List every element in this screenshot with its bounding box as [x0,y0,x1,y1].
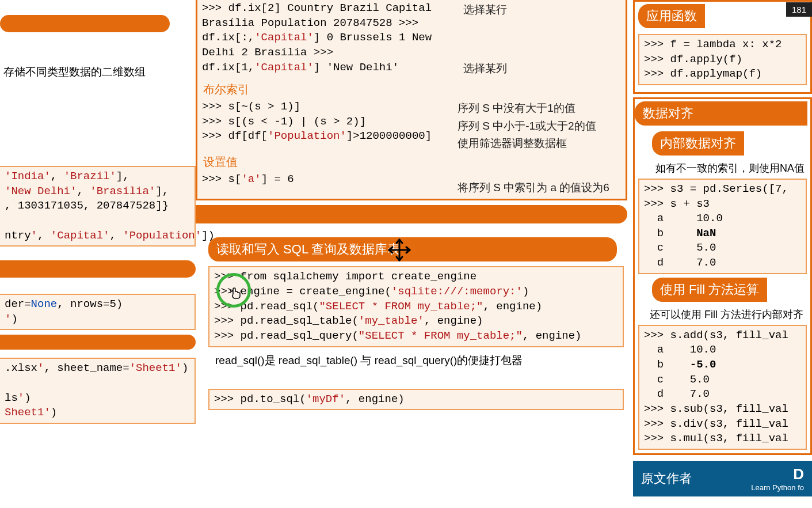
indexing-annotations: 选择某行 选择某列 [459,0,626,79]
bool2-note: 序列 S 中小于-1或大于2的值 [458,117,621,135]
sql-note: read_sql()是 read_sql_table() 与 read_sql_… [208,350,624,371]
apply-header: 应用函数 [638,4,705,28]
sql-code-1: >>> from sqlalchemy import create_engine… [208,266,624,347]
align-panel: 数据对齐 内部数据对齐 如有不一致的索引，则使用NA值 >>> s3 = pd.… [633,97,812,455]
code-dataframe-fragment: 'India', 'Brazil'], 'New Delhi', 'Brasíl… [0,166,196,247]
align-sub-header: 内部数据对齐 [652,131,744,156]
left-header-blank [0,15,170,32]
author-sub1: D [751,465,804,483]
align-note: 如有不一致的索引，则使用NA值 [635,158,810,179]
bool-code: >>> s[~(s > 1)] >>> s[(s < -1) | (s > 2)… [197,100,453,152]
left-header-3 [0,335,196,350]
author-sub2: Learn Python fo [751,483,804,492]
fill-code: >>> s.add(s3, fill_val a 10.0 b -5.0 c 5… [638,325,807,450]
sql-header: 读取和写入 SQL 查询及数据库表 [208,237,617,261]
set-value-header: 设置值 [197,152,626,172]
right-column: 应用函数 >>> f = lambda x: x*2 >>> df.apply(… [633,0,812,496]
align-code: >>> s3 = pd.Series([7, >>> s + s3 a 10.0… [638,179,807,274]
left-column: 存储不同类型数据的二维数组 'India', 'Brazil'], 'New D… [0,0,196,426]
bool1-note: 序列 S 中没有大于1的值 [458,100,621,117]
set-annotations: 将序列 S 中索引为 a 的值设为6 [453,172,626,195]
author-label: 原文作者 [641,470,692,487]
count-badge: 181 [786,2,812,17]
ix1cap-out: 'New Delhi' [327,61,399,74]
sel-row-note: 选择某行 [463,2,621,17]
indexing-panel: >>> df.ix[2] Country Brazil Capital Bras… [196,0,627,200]
align-header: 数据对齐 [635,101,807,126]
bool3-note: 使用筛选器调整数据框 [458,135,621,152]
sel-col-note: 选择某列 [463,61,621,76]
fill-note: 还可以使用 Fill 方法进行内部对齐 [635,304,810,325]
bool-index-header: 布尔索引 [197,79,626,100]
set1-note: 将序列 S 中索引为 a 的值设为6 [458,180,621,195]
sql-code-2: >>> pd.to_sql('myDf', engine) [208,389,624,411]
sql-section: 读取和写入 SQL 查询及数据库表 >>> from sqlalchemy im… [208,235,624,410]
desc-2d-array: 存储不同类型数据的二维数组 [0,65,196,79]
set-code: >>> s['a'] = 6 [197,172,453,195]
mid-column: >>> df.ix[2] Country Brazil Capital Bras… [196,0,633,412]
ix2-prompt: >>> df.ix[2] [202,2,281,14]
author-header: 原文作者 D Learn Python fo [633,461,812,496]
apply-panel: 应用函数 >>> f = lambda x: x*2 >>> df.apply(… [633,0,812,94]
bool-annotations: 序列 S 中没有大于1的值 序列 S 中小于-1或大于2的值 使用筛选器调整数据… [453,100,626,152]
code-read-excel-frag: .xlsx', sheet_name='Sheet1') ls') Sheet1… [0,358,196,424]
indexing-code: >>> df.ix[2] Country Brazil Capital Bras… [197,0,459,79]
code-read-csv-frag: der=None, nrows=5) ') [0,294,196,330]
fill-header: 使用 Fill 方法运算 [652,278,767,302]
apply-code: >>> f = lambda x: x*2 >>> df.apply(f) >>… [638,34,807,85]
left-header-2 [0,260,196,278]
mid-bar-blank [196,205,627,223]
